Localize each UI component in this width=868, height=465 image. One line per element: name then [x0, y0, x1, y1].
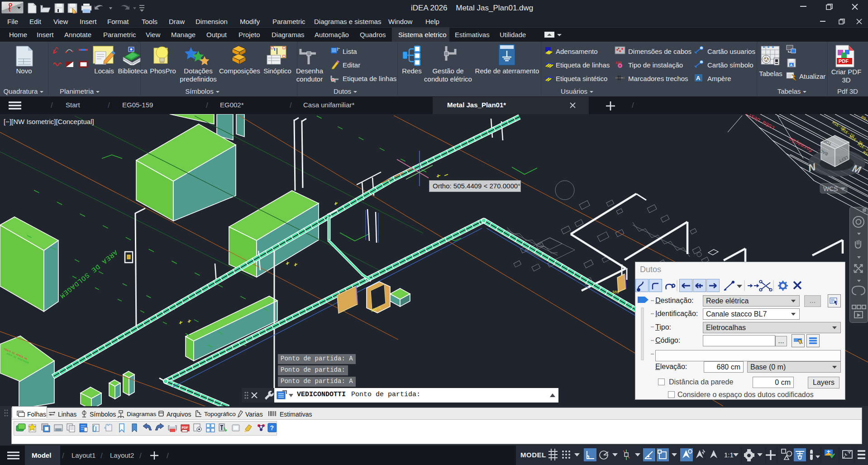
svg-text:PDF: PDF — [182, 426, 189, 429]
svg-text:?: ? — [270, 424, 274, 431]
svg-text:MODEL: MODEL — [520, 451, 546, 459]
svg-text:1:1: 1:1 — [724, 451, 734, 459]
svg-text:A: A — [790, 63, 793, 67]
svg-text:AREA DE SOLDAGEM: AREA DE SOLDAGEM — [57, 248, 119, 300]
svg-text:PDF: PDF — [839, 58, 849, 64]
svg-text:WCS: WCS — [823, 185, 838, 192]
svg-text:380: 380 — [612, 290, 620, 295]
svg-text:A: A — [696, 75, 701, 81]
